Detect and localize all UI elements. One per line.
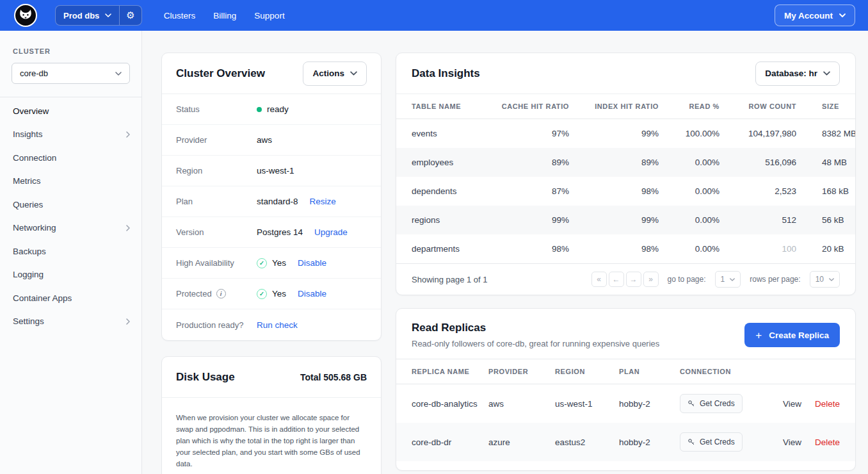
first-page-button[interactable]: « <box>591 272 607 287</box>
col-replica-name: REPLICA NAME <box>396 359 488 384</box>
sidebar-menu: Overview Insights Connection Metrics Que… <box>0 97 141 333</box>
overview-row-status: Status ready <box>162 94 381 125</box>
check-icon: ✓ <box>257 289 267 299</box>
cluster-select[interactable]: core-db <box>12 63 130 84</box>
region-value: us-west-1 <box>257 166 294 176</box>
sidebar-item-networking[interactable]: Networking <box>0 217 141 240</box>
info-icon[interactable]: i <box>216 289 226 298</box>
plus-icon: + <box>755 330 762 341</box>
chevron-down-icon <box>105 13 111 17</box>
actions-button[interactable]: Actions <box>303 61 367 86</box>
disk-usage-title: Disk Usage <box>176 371 235 384</box>
sidebar-item-container-apps[interactable]: Container Apps <box>0 286 141 310</box>
read-replicas-table: REPLICA NAME PROVIDER REGION PLAN CONNEC… <box>396 359 855 461</box>
sidebar-item-connection[interactable]: Connection <box>0 146 141 170</box>
disk-usage-card: Disk Usage Total 505.68 GB When we provi… <box>161 356 382 474</box>
data-insights-title: Data Insights <box>412 67 480 80</box>
rows-per-page-label: rows per page: <box>750 275 800 284</box>
chevron-right-icon <box>126 131 130 138</box>
prev-page-button[interactable]: ← <box>609 272 624 287</box>
delete-replica-link[interactable]: Delete <box>815 399 840 409</box>
chevron-down-icon <box>730 278 735 281</box>
table-row: dependents 87% 98% 0.00% 2,523 168 kB <box>396 177 855 206</box>
nav-link-billing[interactable]: Billing <box>213 11 236 20</box>
create-replica-button[interactable]: + Create Replica <box>744 323 840 347</box>
col-region: REGION <box>555 359 619 384</box>
get-creds-button[interactable]: Get Creds <box>680 394 743 413</box>
chevron-down-icon <box>823 71 830 76</box>
sidebar-section-label: CLUSTER <box>13 47 141 55</box>
chevron-down-icon <box>350 71 357 76</box>
overview-row-protected: Protectedi ✓YesDisable <box>162 279 381 309</box>
database-select[interactable]: Database: hr <box>755 61 840 86</box>
data-insights-card: Data Insights Database: hr TABLE NAME CA… <box>396 53 856 295</box>
overview-row-high-availability: High Availability ✓YesDisable <box>162 248 381 279</box>
next-page-button[interactable]: → <box>626 272 641 287</box>
sidebar-item-metrics[interactable]: Metrics <box>0 170 141 193</box>
sidebar-item-logging[interactable]: Logging <box>0 263 141 287</box>
org-switcher: Prod dbs ⚙ <box>55 5 142 26</box>
read-replicas-title: Read Replicas <box>412 322 659 334</box>
view-replica-link[interactable]: View <box>783 399 801 409</box>
chevron-down-icon <box>839 13 846 17</box>
overview-row-production-ready: Production ready? Run check <box>162 309 381 340</box>
my-account-button[interactable]: My Account <box>775 4 855 26</box>
sidebar-item-overview[interactable]: Overview <box>0 99 141 123</box>
col-table-name: TABLE NAME <box>396 94 486 119</box>
col-read-pct: READ % <box>659 94 719 119</box>
sidebar-item-settings[interactable]: Settings <box>0 310 141 334</box>
get-creds-button[interactable]: Get Creds <box>680 432 743 452</box>
table-row: departments 98% 98% 0.00% 100 20 kB <box>396 234 855 263</box>
view-replica-link[interactable]: View <box>783 437 801 447</box>
rows-per-page-select[interactable]: 10 <box>810 271 840 288</box>
plan-value: standard-8 <box>257 197 298 206</box>
run-check-link[interactable]: Run check <box>257 320 298 330</box>
my-account-label: My Account <box>784 11 833 20</box>
gear-icon: ⚙ <box>126 10 134 21</box>
chevron-right-icon <box>126 318 130 325</box>
upgrade-link[interactable]: Upgrade <box>314 227 348 237</box>
showing-page-text: Showing page 1 of 1 <box>412 275 488 284</box>
go-to-page-select[interactable]: 1 <box>715 271 741 288</box>
disk-usage-description: When we provision your cluster we alloca… <box>176 412 367 470</box>
nav-link-clusters[interactable]: Clusters <box>164 11 196 20</box>
replica-row: core-db-dr azure eastus2 hobby-2 Get Cre… <box>396 423 855 461</box>
delete-replica-link[interactable]: Delete <box>815 437 840 447</box>
database-select-value: Database: hr <box>765 69 817 78</box>
cluster-overview-title: Cluster Overview <box>176 67 265 80</box>
disable-ha-link[interactable]: Disable <box>298 258 326 268</box>
org-settings-button[interactable]: ⚙ <box>119 6 141 25</box>
disk-usage-total: Total 505.68 GB <box>300 372 367 382</box>
sidebar-item-insights[interactable]: Insights <box>0 123 141 147</box>
overview-row-plan: Plan standard-8Resize <box>162 186 381 217</box>
status-dot <box>257 107 262 112</box>
table-row: regions 99% 99% 0.00% 512 56 kB <box>396 206 855 234</box>
col-row-count: ROW COUNT <box>719 94 796 119</box>
main-nav: Clusters Billing Support <box>164 11 285 20</box>
check-icon: ✓ <box>257 258 267 268</box>
overview-row-version: Version Postgres 14Upgrade <box>162 217 381 248</box>
table-row: employees 89% 89% 0.00% 516,096 48 MB <box>396 148 855 177</box>
org-dropdown-button[interactable]: Prod dbs <box>56 6 119 25</box>
version-value: Postgres 14 <box>257 227 303 237</box>
org-label: Prod dbs <box>63 11 99 20</box>
last-page-button[interactable]: » <box>643 272 659 287</box>
replica-name: core-db-dr <box>396 423 488 461</box>
ha-value: Yes <box>272 258 286 268</box>
app-logo <box>14 4 37 27</box>
key-icon <box>687 400 695 407</box>
pagination: « ← → » <box>591 272 659 287</box>
replica-row: core-db-analytics aws us-west-1 hobby-2 … <box>396 384 855 423</box>
sidebar-item-backups[interactable]: Backups <box>0 240 141 263</box>
col-connection: CONNECTION <box>680 359 763 384</box>
nav-link-support[interactable]: Support <box>254 11 284 20</box>
resize-link[interactable]: Resize <box>310 197 336 206</box>
provider-value: aws <box>257 135 272 145</box>
replica-name: core-db-analytics <box>396 384 488 423</box>
sidebar: CLUSTER core-db Overview Insights Connec… <box>0 31 142 474</box>
data-insights-footer: Showing page 1 of 1 « ← → » go to page: … <box>396 263 855 295</box>
sidebar-item-queries[interactable]: Queries <box>0 193 141 217</box>
disable-protected-link[interactable]: Disable <box>298 289 326 298</box>
chevron-down-icon <box>115 72 122 76</box>
cluster-overview-card: Cluster Overview Actions Status ready Pr… <box>161 53 382 341</box>
